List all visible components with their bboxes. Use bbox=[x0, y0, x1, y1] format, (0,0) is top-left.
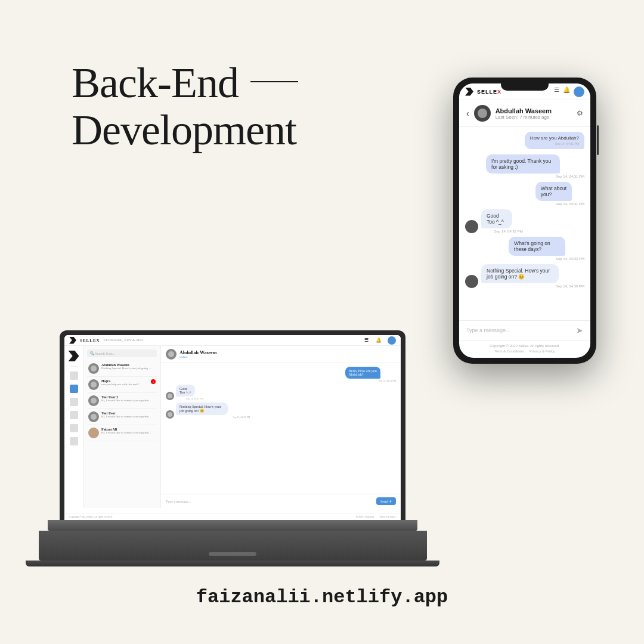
msg-avatar-2 bbox=[166, 392, 174, 400]
title-dash bbox=[250, 81, 298, 82]
phone-msg-row-2: What about you? Sep 14, 04:31 PM bbox=[465, 182, 584, 206]
phone-privacy-link[interactable]: Privacy & Policy bbox=[530, 349, 555, 353]
laptop-screen: SELLEX EXCHANGE, BUY & SELL ☰ 🔔 bbox=[64, 335, 401, 520]
phone-msg-bubble-2: What about you? Sep 14, 04:31 PM bbox=[535, 182, 584, 206]
chat-preview-testuser2: Hi, I would like to contact you regardin… bbox=[101, 399, 156, 402]
sidebar-home-icon[interactable] bbox=[70, 371, 78, 380]
phone-chat-contact-name: Abdullah Waseem bbox=[496, 107, 552, 114]
phone-chat-avatar bbox=[474, 105, 491, 122]
chat-preview-testuser: Hi, I would like to contact you regardin… bbox=[101, 415, 156, 418]
bottom-url: faizanalii.netlify.app bbox=[196, 586, 448, 608]
laptop-keyboard bbox=[39, 531, 427, 561]
footer-privacy[interactable]: Privacy & Policy bbox=[379, 515, 396, 518]
phone-msg-text-2: What about you? bbox=[535, 182, 572, 201]
chat-avatar-testuser bbox=[88, 411, 99, 422]
user-avatar[interactable] bbox=[388, 336, 396, 345]
chat-input-bar: Type a message... Send ✈ bbox=[161, 494, 401, 508]
app-brand: SELLEX bbox=[80, 338, 100, 343]
chat-avatar-hajra bbox=[88, 379, 99, 390]
chat-preview-abdullah: Nothing Special. How's your job going ..… bbox=[101, 367, 156, 370]
phone-chat-avatar-inner bbox=[478, 109, 487, 118]
footer-terms[interactable]: Term & Conditions bbox=[355, 515, 374, 518]
phone-terms-link[interactable]: Term & Conditions bbox=[494, 349, 524, 353]
chat-item-abdullah[interactable]: Abdullah Waseem Nothing Special. How's y… bbox=[87, 361, 157, 377]
sidebar-doc-icon[interactable] bbox=[70, 424, 78, 432]
laptop-base bbox=[48, 520, 417, 531]
phone-msg-bubble-5: Nothing Special. How's your job going on… bbox=[481, 264, 584, 288]
app-logo-icon bbox=[69, 337, 76, 344]
sidebar-grid-icon[interactable] bbox=[70, 398, 78, 406]
chat-list-panel: 🔍 Search User... Abdullah Waseem Nothing… bbox=[83, 346, 161, 508]
chat-main-panel: Abdullah Waseem Online Hello, How are yo… bbox=[161, 346, 401, 508]
notification-icon[interactable]: 🔔 bbox=[376, 338, 382, 343]
chat-info-hajra: Hajra can you help me with this task? bbox=[101, 379, 148, 386]
message-row-3: Nothing Special. How's your job going on… bbox=[166, 402, 396, 419]
phone-footer-links: Term & Conditions Privacy & Policy bbox=[464, 349, 586, 355]
phone-menu-icon[interactable]: ☰ bbox=[554, 86, 559, 97]
phone-msg-time-5: Sep 14, 04:30 PM bbox=[481, 284, 584, 288]
sidebar-divider bbox=[70, 366, 78, 367]
chat-avatar-faizan bbox=[88, 428, 99, 438]
chat-info-testuser: Test User Hi, I would like to contact yo… bbox=[101, 411, 156, 418]
chat-avatar-abdullah bbox=[88, 363, 99, 374]
phone-msg-text-4: What's going on these days? bbox=[509, 237, 565, 256]
chat-main-header: Abdullah Waseem Online bbox=[161, 346, 401, 363]
chat-item-testuser[interactable]: Test User Hi, I would like to contact yo… bbox=[87, 409, 157, 425]
phone-input-field[interactable]: Type a message... bbox=[466, 327, 572, 333]
sidebar-settings-icon[interactable] bbox=[70, 437, 78, 445]
message-time-1: Sep 14, 04:31 PM bbox=[345, 379, 396, 382]
phone-outer: SELLEX ☰ 🔔 ‹ bbox=[453, 78, 596, 364]
chat-badge-hajra: 1 bbox=[151, 379, 156, 384]
phone-send-icon[interactable]: ➤ bbox=[576, 326, 583, 335]
phone-bell-icon[interactable]: 🔔 bbox=[563, 86, 570, 97]
phone-footer: Copyright © 2022 Sellex. All rights rese… bbox=[459, 340, 590, 358]
phone-msg-avatar-3 bbox=[465, 220, 478, 233]
phone-msg-time-1: Sep 14, 04:31 PM bbox=[486, 175, 584, 178]
brand-text: SELLEX bbox=[80, 338, 100, 343]
phone-messages-area: How are you Abdullah? Sep 14, 04:31 PM I… bbox=[459, 127, 590, 320]
phone-back-button[interactable]: ‹ bbox=[466, 109, 469, 118]
app-footer: Copyright © 2022 Sellex. All rights rese… bbox=[64, 513, 401, 520]
phone-truncated-msg-row: How are you Abdullah? Sep 14, 04:31 PM bbox=[465, 132, 584, 149]
chat-info-abdullah: Abdullah Waseem Nothing Special. How's y… bbox=[101, 363, 156, 370]
app-sidebar bbox=[64, 346, 83, 508]
phone-footer-copyright: Copyright © 2022 Sellex. All rights rese… bbox=[464, 343, 586, 349]
chat-avatar-testuser2 bbox=[88, 395, 99, 406]
chat-item-hajra[interactable]: Hajra can you help me with this task? 1 bbox=[87, 377, 157, 393]
chat-info-faizan: Faizan Ali Hi, I would like to contact y… bbox=[101, 428, 156, 434]
phone-app: SELLEX ☰ 🔔 ‹ bbox=[459, 83, 590, 358]
hamburger-icon[interactable]: ☰ bbox=[364, 338, 369, 343]
title-line1-row: Back-End bbox=[72, 60, 298, 107]
phone-chat-contact-info: Abdullah Waseem Last Seen: 7 minutes ago bbox=[496, 107, 552, 120]
chat-item-faizan[interactable]: Faizan Ali Hi, I would like to contact y… bbox=[87, 425, 157, 441]
message-bubble-3: Nothing Special. How's your job going on… bbox=[176, 402, 250, 419]
send-icon: ✈ bbox=[389, 499, 392, 503]
phone-avatar[interactable] bbox=[574, 86, 584, 97]
sidebar-logo-icon bbox=[69, 351, 79, 361]
chat-item-testuser2[interactable]: Test User 2 Hi, I would like to contact … bbox=[87, 393, 157, 409]
chat-search-input[interactable]: 🔍 Search User... bbox=[87, 349, 157, 357]
app-topbar: SELLEX EXCHANGE, BUY & SELL ☰ 🔔 bbox=[64, 335, 401, 346]
chat-main-avatar bbox=[166, 349, 177, 360]
phone-msg-bubble-3: Good Too ^_^ Sep 14, 04:32 PM bbox=[481, 209, 523, 233]
phone-msg-text-1: I'm pretty good. Thank you for asking :) bbox=[486, 154, 560, 174]
phone-msg-text-3: Good Too ^_^ bbox=[481, 209, 512, 228]
laptop-screen-outer: SELLEX EXCHANGE, BUY & SELL ☰ 🔔 bbox=[60, 330, 405, 520]
sidebar-bell-icon[interactable] bbox=[70, 411, 78, 419]
phone-brand: SELLEX bbox=[477, 89, 501, 95]
send-button[interactable]: Send ✈ bbox=[376, 497, 396, 505]
sidebar-chat-icon[interactable] bbox=[70, 385, 78, 393]
phone-msg-row-5: Nothing Special. How's your job going on… bbox=[465, 264, 584, 288]
chat-messages-area: Hello, How are you Abdullah? Sep 14, 04:… bbox=[161, 363, 401, 494]
message-row-2: Good Too ^_^ Sep 14, 04:32 PM bbox=[166, 385, 396, 400]
phone-chat-lastseen: Last Seen: 7 minutes ago bbox=[496, 114, 552, 120]
phone-msg-row-4: What's going on these days? Sep 14, 04:3… bbox=[465, 237, 584, 261]
phone-logo-icon bbox=[465, 88, 473, 96]
page-container: Back-End Development SELLEX EXCHANGE, BU… bbox=[0, 0, 644, 644]
message-bubble-1: Hello, How are you Abdullah? Sep 14, 04:… bbox=[345, 367, 396, 382]
chat-input-field[interactable]: Type a message... bbox=[166, 500, 374, 503]
phone-gear-icon[interactable]: ⚙ bbox=[577, 109, 583, 117]
phone-side-button bbox=[597, 125, 599, 155]
phone-chat-header: ‹ Abdullah Waseem Last Seen: 7 minutes a… bbox=[459, 100, 590, 127]
chat-contact-name: Abdullah Waseem bbox=[179, 350, 216, 355]
